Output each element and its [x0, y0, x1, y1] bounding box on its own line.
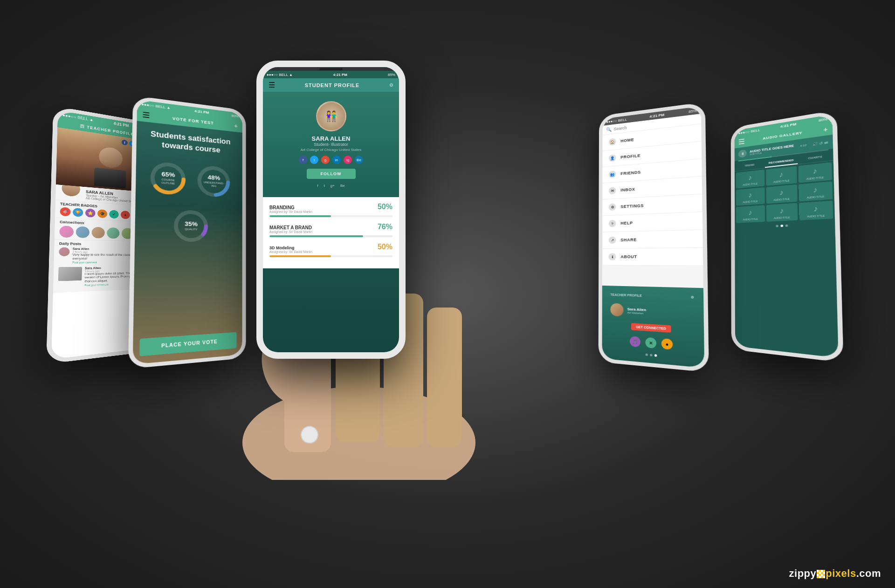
audio-title-9: AUDIO TITLE: [801, 214, 831, 218]
phone3-battery: 85%: [388, 73, 395, 77]
phone5-screen: ●●●○○ BELL 4:21 PM 80% ☰ AUDIO GALLERY +…: [735, 114, 839, 358]
phone2-heading: Students satisfaction towards course: [143, 129, 237, 157]
connect-button[interactable]: GET CONNECTED: [631, 323, 671, 333]
audio-item-3[interactable]: ♪ AUDIO TITLE: [799, 162, 832, 183]
inbox-nav-icon: ✉: [609, 187, 616, 194]
badge-6: ♦: [121, 211, 130, 219]
nav-inbox-label: INBOX: [620, 187, 635, 192]
nav-share-label: SHARE: [620, 238, 637, 242]
p4-icon-1[interactable]: 🎵: [630, 336, 640, 347]
course-branding-name: BRANDING: [269, 205, 312, 210]
phone3-user-role: Student- Illustrator: [270, 142, 392, 147]
course-branding-top: BRANDING Assigned by: Sir David Martin 5…: [269, 203, 392, 213]
phone3-social-row: f t g in ig Be: [270, 156, 392, 164]
chart3-label: QUALITY: [185, 227, 198, 231]
course-market-bar: [269, 235, 392, 237]
course-market-fill: [269, 235, 363, 237]
scene: ●●●○○ BELL ▲ 4:21 PM 85% ☰ TEACHER PROFI…: [0, 0, 895, 588]
profile-nav-icon: 👤: [609, 154, 616, 162]
badge-1: 🎯: [60, 207, 70, 216]
course-3d-name: 3D Modeling: [269, 246, 312, 250]
music-icon-8: ♪: [768, 206, 795, 216]
phone4-time: 4:21 PM: [650, 113, 665, 119]
badge-4: 🎓: [97, 209, 107, 218]
search-icon: 🔍: [606, 127, 612, 132]
p4-icon-3[interactable]: ●: [661, 338, 673, 350]
p4-icon-2[interactable]: ✕: [645, 337, 656, 349]
watermark-checker-icon: [817, 570, 825, 578]
phone3-student-profile: ●●●○○ BELL ▲ 4:21 PM 85% ☰ STUDENT PROFI…: [256, 61, 406, 359]
audio-title-5: AUDIO TITLE: [768, 197, 795, 202]
p3-linkedin-dot: in: [332, 156, 341, 164]
phone3-notch: [263, 67, 399, 71]
p3-twitter-dot: t: [310, 156, 318, 164]
home-nav-icon: 🏠: [609, 138, 616, 146]
track-time: 4:10: [800, 144, 806, 148]
nav-about[interactable]: ℹ ABOUT: [602, 248, 703, 266]
course-market-info: MARKET A BRAND Assigned by: Sir David Ma…: [269, 225, 312, 233]
phone3-profile-area: 👫 SARA ALLEN Student- Illustrator Art Co…: [263, 92, 399, 197]
music-icon-6: ♪: [801, 185, 830, 195]
audio-item-8[interactable]: ♪ AUDIO TITLE: [766, 203, 798, 222]
course-3d-pct: 50%: [378, 243, 392, 251]
phone3-carrier: ●●●○○ BELL ▲: [267, 73, 293, 77]
nav-about-label: ABOUT: [620, 254, 637, 259]
course-3d-top: 3D Modeling Assigned by: Sir David Marti…: [269, 243, 392, 253]
conn-4: [107, 227, 119, 239]
phone2-hamburger-icon: ☰: [142, 110, 150, 120]
phone5-audio-gallery: ●●●○○ BELL 4:21 PM 80% ☰ AUDIO GALLERY +…: [731, 110, 844, 363]
settings-nav-icon: ⚙: [609, 203, 616, 211]
facebook-icon: f: [122, 139, 128, 145]
help-nav-icon: ?: [609, 220, 616, 227]
conn-1: [59, 226, 74, 238]
music-icon-1: ♪: [738, 172, 763, 183]
phone5-add-icon[interactable]: +: [823, 125, 828, 134]
phone3-home-button[interactable]: [301, 426, 318, 444]
p3-be-icon: Be: [340, 184, 345, 188]
nav-profile-label: PROFILE: [620, 153, 640, 159]
nav-share[interactable]: ↗ SHARE: [602, 230, 703, 249]
audio-title-4: AUDIO TITLE: [738, 199, 763, 204]
phone3-follow-button[interactable]: FOLLOW: [307, 169, 356, 179]
course-market-name: MARKET A BRAND: [269, 225, 312, 230]
conn-3: [91, 227, 104, 239]
audio-controls: 🔊 ↺ ⇄: [812, 140, 828, 147]
phone3-courses: BRANDING Assigned by: Sir David Martin 5…: [263, 197, 399, 268]
p3-instagram-dot: ig: [344, 156, 352, 164]
phone3-screen: ●●●○○ BELL ▲ 4:21 PM 85% ☰ STUDENT PROFI…: [263, 67, 399, 352]
phone4-profile-mini: Sara Allen Art Historian: [607, 299, 699, 324]
phone3-user-name: SARA ALLEN: [270, 135, 392, 142]
dot-2: [650, 354, 652, 356]
phone4-navigation: ●●●○○ BELL 4:21 PM 85% 🔍 🏠 HOME 👤 PROFIL…: [599, 102, 709, 372]
phone1-user-info: SARA ALLEN Teacher - Art Historian Art C…: [86, 190, 137, 203]
phone4-mini-info: Sara Allen Art Historian: [627, 307, 646, 315]
p3-behance-dot: Be: [355, 156, 363, 164]
chart-quality: 35% QUALITY: [171, 206, 211, 245]
audio-item-6[interactable]: ♪ AUDIO TITLE: [799, 181, 833, 201]
audio-item-5[interactable]: ♪ AUDIO TITLE: [766, 185, 798, 204]
page-dot-1: [776, 225, 778, 227]
audio-item-1[interactable]: ♪ AUDIO TITLE: [736, 170, 764, 189]
audio-item-7[interactable]: ♪ AUDIO TITLE: [736, 205, 765, 223]
course-branding-by: Assigned by: Sir David Martin: [269, 210, 312, 213]
music-icon-7: ♪: [738, 208, 763, 217]
phone4-battery: 85%: [688, 109, 697, 114]
nav-help[interactable]: ? HELP: [602, 212, 702, 232]
course-branding: BRANDING Assigned by: Sir David Martin 5…: [269, 203, 392, 217]
course-3d: 3D Modeling Assigned by: Sir David Marti…: [269, 243, 392, 257]
audio-item-2[interactable]: ♪ AUDIO TITLE: [766, 166, 797, 185]
course-branding-bar: [269, 215, 392, 217]
phone5-audio-grid: ♪ AUDIO TITLE ♪ AUDIO TITLE ♪ AUDIO TITL…: [735, 161, 835, 225]
phone5-battery: 80%: [819, 117, 828, 123]
watermark: zippypixels.com: [789, 567, 881, 580]
play-pause-button[interactable]: ⏸: [738, 149, 747, 158]
post1-avatar: [59, 247, 69, 256]
audio-item-9[interactable]: ♪ AUDIO TITLE: [799, 201, 833, 220]
friends-nav-icon: 👥: [609, 171, 616, 178]
phone3-header: ☰ STUDENT PROFILE ⚙: [263, 78, 399, 92]
phone2-time: 4:21 PM: [194, 109, 209, 115]
audio-item-4[interactable]: ♪ AUDIO TITLE: [736, 187, 765, 206]
about-nav-icon: ℹ: [609, 253, 616, 260]
teacher-settings-icon: ⚙: [691, 295, 694, 300]
course-market-pct: 76%: [378, 223, 392, 231]
